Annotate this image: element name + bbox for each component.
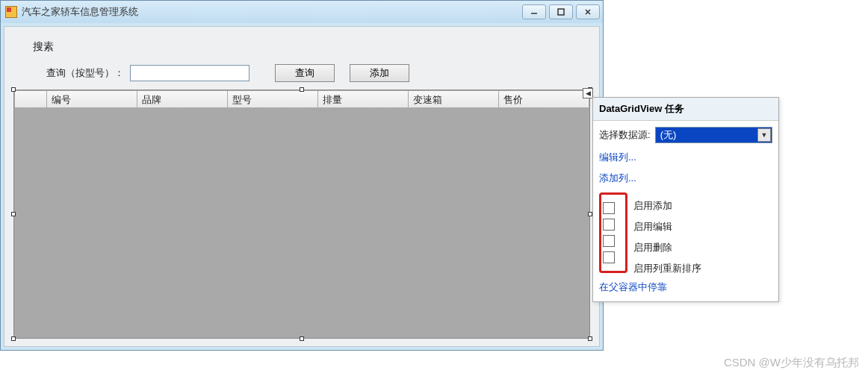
- resize-handle[interactable]: [11, 87, 16, 92]
- app-icon: [5, 6, 17, 18]
- window-title: 汽车之家轿车信息管理系统: [22, 5, 138, 19]
- titlebar: 汽车之家轿车信息管理系统: [1, 1, 603, 23]
- task-panel-title: DataGridView 任务: [593, 98, 778, 121]
- datasource-row: 选择数据源: (无) ▼: [599, 127, 772, 143]
- resize-handle[interactable]: [588, 336, 592, 341]
- minimize-button[interactable]: [522, 4, 546, 19]
- checkbox-label: 启用列重新排序: [633, 258, 701, 279]
- highlighted-checkbox-group: [599, 192, 627, 273]
- datagridview-tasks-panel: DataGridView 任务 选择数据源: (无) ▼ 编辑列... 添加列.…: [592, 97, 779, 302]
- client-area: 搜素 查询（按型号）： 查询 添加 ◀ 编号 品牌 型号: [4, 26, 600, 347]
- enable-add-checkbox[interactable]: [603, 202, 615, 214]
- checkbox-area: 启用添加 启用编辑 启用删除 启用列重新排序: [599, 192, 772, 273]
- column-header[interactable]: 售价: [499, 90, 589, 108]
- checkbox-label: 启用添加: [633, 195, 701, 216]
- column-header[interactable]: 型号: [228, 90, 318, 108]
- row-header-corner: [14, 90, 47, 108]
- enable-reorder-checkbox[interactable]: [603, 251, 615, 263]
- resize-handle[interactable]: [300, 336, 304, 341]
- datasource-label: 选择数据源:: [599, 128, 651, 142]
- svg-rect-0: [558, 9, 564, 15]
- resize-handle[interactable]: [11, 336, 16, 341]
- query-input[interactable]: [130, 65, 249, 81]
- maximize-button[interactable]: [549, 4, 573, 19]
- enable-delete-checkbox[interactable]: [603, 235, 615, 247]
- task-panel-body: 选择数据源: (无) ▼ 编辑列... 添加列... 启用添加 启用编辑 启用删…: [593, 121, 778, 301]
- window-controls: [519, 4, 603, 19]
- column-header[interactable]: 排量: [318, 90, 409, 108]
- column-header[interactable]: 编号: [47, 90, 137, 108]
- add-button[interactable]: 添加: [350, 64, 409, 82]
- checkbox-labels: 启用添加 启用编辑 启用删除 启用列重新排序: [633, 195, 701, 279]
- chevron-down-icon: ▼: [757, 128, 771, 142]
- add-column-link[interactable]: 添加列...: [599, 172, 772, 185]
- checkbox-label: 启用编辑: [633, 216, 701, 237]
- close-button[interactable]: [576, 4, 600, 19]
- resize-handle[interactable]: [11, 212, 16, 216]
- watermark-text: CSDN @W少年没有乌托邦: [724, 356, 859, 370]
- resize-handle[interactable]: [300, 87, 304, 92]
- datasource-value: (无): [660, 128, 677, 142]
- datagridview[interactable]: 编号 品牌 型号 排量 变速箱 售价: [13, 90, 590, 339]
- smart-tag-button[interactable]: ◀: [583, 88, 593, 98]
- datasource-combobox[interactable]: (无) ▼: [655, 127, 772, 143]
- query-button[interactable]: 查询: [275, 64, 335, 82]
- form-window: 汽车之家轿车信息管理系统 搜素 查询（按型号）： 查询 添加: [0, 0, 604, 351]
- column-header[interactable]: 变速箱: [409, 90, 499, 108]
- checkbox-label: 启用删除: [633, 237, 701, 258]
- datagrid-container: ◀ 编号 品牌 型号 排量 变速箱 售价: [13, 90, 590, 339]
- dock-link[interactable]: 在父容器中停靠: [599, 281, 772, 294]
- search-row: 查询（按型号）： 查询 添加: [13, 64, 590, 82]
- query-label: 查询（按型号）：: [46, 66, 124, 80]
- enable-edit-checkbox[interactable]: [603, 219, 615, 231]
- column-header[interactable]: 品牌: [137, 90, 228, 108]
- edit-columns-link[interactable]: 编辑列...: [599, 151, 772, 164]
- search-section-label: 搜素: [33, 40, 590, 54]
- grid-header-row: 编号 品牌 型号 排量 变速箱 售价: [14, 90, 589, 108]
